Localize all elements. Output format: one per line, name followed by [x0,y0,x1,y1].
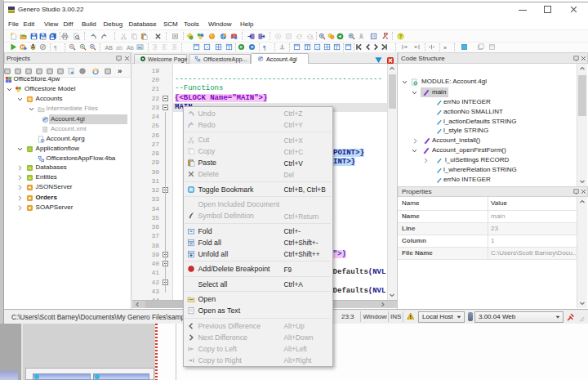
svg-text:?: ? [399,33,403,38]
